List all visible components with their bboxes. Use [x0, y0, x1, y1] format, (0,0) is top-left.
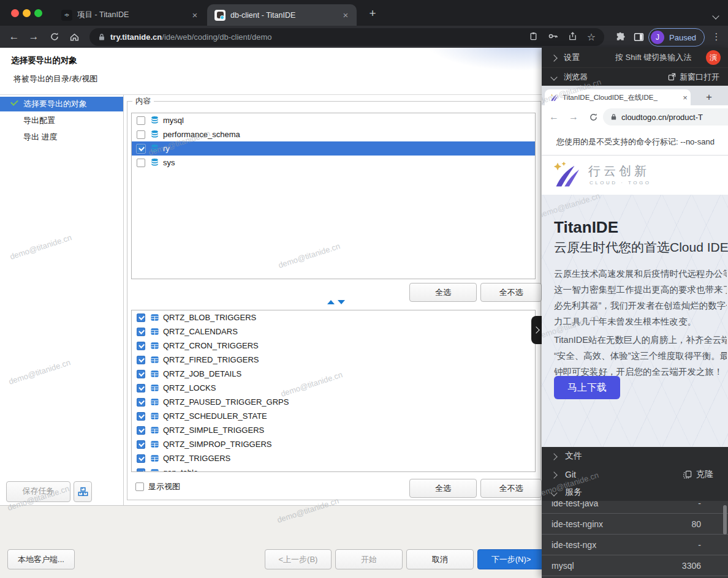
- forward-icon[interactable]: →: [566, 110, 581, 124]
- table-row[interactable]: QRTZ_PAUSED_TRIGGER_GRPS: [132, 395, 535, 409]
- browser-section-row[interactable]: 浏览器 新窗口打开: [542, 67, 728, 86]
- save-task-button[interactable]: 保存任务: [6, 481, 70, 502]
- table-row[interactable]: QRTZ_LOCKS: [132, 381, 535, 395]
- inner-tab[interactable]: TitanIDE_CloudIDE_在线IDE_ ×: [545, 89, 691, 105]
- open-new-window-button[interactable]: 新窗口打开: [668, 72, 719, 83]
- boxes-icon-button[interactable]: [74, 481, 92, 502]
- home-icon[interactable]: [66, 29, 82, 45]
- landing-heading: TitanIDE: [554, 218, 618, 237]
- scrollbar-thumb[interactable]: [723, 505, 727, 535]
- clipboard-icon[interactable]: [529, 31, 538, 43]
- close-tab-icon[interactable]: ×: [339, 10, 352, 20]
- back-icon[interactable]: ←: [547, 110, 561, 124]
- expand-panel-handle[interactable]: [531, 316, 542, 344]
- table-checkbox[interactable]: [137, 412, 145, 421]
- start-button[interactable]: 开始: [335, 549, 403, 569]
- table-checkbox[interactable]: [137, 398, 145, 407]
- tab-title: 项目 - TitanIDE: [77, 10, 189, 20]
- settings-row[interactable]: 设置 按 Shift 键切换输入法 演: [542, 48, 728, 67]
- arrow-up-icon[interactable]: [327, 300, 335, 304]
- table-name: QRTZ_SCHEDULER_STATE: [163, 411, 267, 421]
- reload-icon[interactable]: [47, 29, 63, 45]
- select-all-button[interactable]: 全选: [409, 283, 477, 302]
- select-all-button[interactable]: 全选: [409, 479, 477, 498]
- git-clone-button[interactable]: 克隆: [683, 469, 713, 480]
- maximize-window-button[interactable]: [34, 9, 42, 17]
- table-checkbox[interactable]: [137, 356, 145, 364]
- database-checkbox[interactable]: [137, 130, 145, 139]
- demo-badge[interactable]: 演: [706, 50, 721, 65]
- new-tab-button[interactable]: +: [365, 6, 380, 21]
- table-checkbox[interactable]: [137, 370, 145, 378]
- wizard-step[interactable]: 导出配置: [0, 113, 123, 128]
- side-panel-icon[interactable]: [631, 29, 646, 44]
- table-name: gen_table: [163, 468, 198, 472]
- close-window-button[interactable]: [11, 9, 19, 17]
- database-checkbox[interactable]: [137, 159, 145, 167]
- table-checkbox[interactable]: [137, 468, 145, 473]
- reload-icon[interactable]: [586, 110, 601, 124]
- files-section[interactable]: 文件: [542, 447, 728, 465]
- wizard-step[interactable]: 导出 进度: [0, 130, 123, 144]
- select-none-button[interactable]: 全不选: [480, 283, 542, 302]
- minimize-window-button[interactable]: [23, 9, 31, 17]
- table-row[interactable]: QRTZ_JOB_DETAILS: [132, 367, 535, 381]
- back-icon[interactable]: ←: [6, 29, 22, 45]
- bookmark-star-icon[interactable]: ☆: [587, 31, 596, 43]
- database-checkbox[interactable]: [137, 116, 145, 125]
- tab-project[interactable]: ‹t› 项目 - TitanIDE ×: [54, 4, 206, 26]
- select-none-button[interactable]: 全不选: [480, 479, 542, 498]
- table-row[interactable]: QRTZ_CALENDARS: [132, 325, 535, 339]
- inner-address-bar[interactable]: cloudtogo.cn/product-T: [603, 108, 728, 126]
- table-row[interactable]: QRTZ_SIMPLE_TRIGGERS: [132, 423, 535, 437]
- table-row[interactable]: QRTZ_CRON_TRIGGERS: [132, 339, 535, 353]
- share-icon[interactable]: [568, 31, 577, 43]
- table-row[interactable]: QRTZ_SCHEDULER_STATE: [132, 409, 535, 423]
- next-step-button[interactable]: 下一步(N)>: [477, 549, 545, 569]
- table-checkbox[interactable]: [137, 454, 145, 463]
- inner-new-tab-button[interactable]: +: [702, 91, 716, 104]
- service-row[interactable]: ide-test-nginx 80: [542, 514, 728, 535]
- forward-icon[interactable]: →: [26, 29, 42, 45]
- table-row[interactable]: QRTZ_TRIGGERS: [132, 451, 535, 465]
- database-row[interactable]: sys: [132, 156, 535, 170]
- wizard-steps: 选择要导出的对象 导出配置 导出 进度: [0, 97, 123, 144]
- table-checkbox[interactable]: [137, 384, 145, 392]
- extensions-puzzle-icon[interactable]: [613, 29, 628, 44]
- previous-step-button[interactable]: <上一步(B): [265, 549, 332, 569]
- profile-button[interactable]: J Paused: [648, 28, 705, 47]
- table-checkbox[interactable]: [137, 440, 145, 449]
- services-section[interactable]: 服务: [542, 484, 728, 501]
- table-row[interactable]: QRTZ_SIMPROP_TRIGGERS: [132, 437, 535, 451]
- table-checkbox[interactable]: [137, 342, 145, 350]
- lock-icon[interactable]: [98, 33, 105, 41]
- database-checkbox[interactable]: [137, 144, 145, 153]
- table-checkbox[interactable]: [137, 313, 145, 322]
- database-row[interactable]: mysql: [132, 113, 535, 127]
- tab-db-client[interactable]: db-client - TitanIDE ×: [207, 4, 357, 26]
- service-row[interactable]: ide-test-ngx -: [542, 535, 728, 555]
- database-row[interactable]: ry: [132, 141, 535, 156]
- close-tab-icon[interactable]: ×: [189, 10, 201, 20]
- cancel-button[interactable]: 取消: [406, 549, 474, 569]
- table-row[interactable]: QRTZ_BLOB_TRIGGERS: [132, 310, 535, 325]
- table-checkbox[interactable]: [137, 426, 145, 435]
- tab-search-chevron-icon[interactable]: [713, 10, 718, 21]
- arrow-down-icon[interactable]: [338, 300, 345, 304]
- database-row[interactable]: performance_schema: [132, 127, 535, 141]
- table-row[interactable]: QRTZ_FIRED_TRIGGERS: [132, 353, 535, 367]
- git-section[interactable]: Git 克隆: [542, 465, 728, 484]
- lock-icon[interactable]: [610, 113, 617, 121]
- table-checkbox[interactable]: [137, 328, 145, 336]
- browser-menu-icon[interactable]: ⋮: [710, 29, 723, 45]
- splitter-arrows[interactable]: [327, 300, 345, 304]
- local-client-button[interactable]: 本地客户端...: [7, 549, 75, 569]
- service-row[interactable]: mysql 3306: [542, 555, 728, 576]
- download-button[interactable]: 马上下载: [554, 376, 620, 399]
- address-bar[interactable]: try.titanide.cn/ide/web/coding/db-client…: [89, 28, 604, 46]
- password-key-icon[interactable]: [548, 31, 558, 43]
- show-views-checkbox[interactable]: [135, 482, 144, 491]
- wizard-step[interactable]: 选择要导出的对象: [0, 97, 123, 111]
- close-tab-icon[interactable]: ×: [680, 93, 691, 102]
- table-row[interactable]: gen_table: [132, 465, 535, 472]
